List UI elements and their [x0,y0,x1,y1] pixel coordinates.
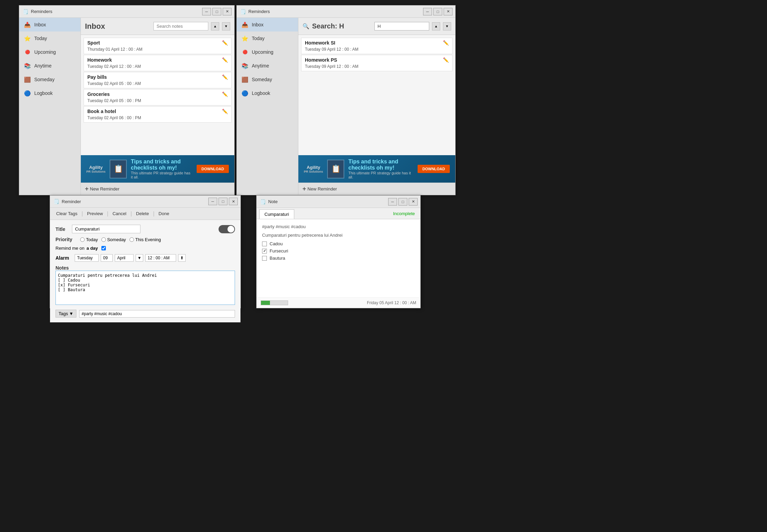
remind-row: Remind me on a day [55,246,235,251]
remind-checkbox[interactable] [101,246,106,250]
note-window: 🗒️ Note ─ □ ✕ Cumparaturi Incomplete #pa… [256,195,421,308]
title-bar-left: 🗒️ Reminders ─ □ ✕ [19,5,234,18]
note-body: #party #music #cadou Cumparaturi pentru … [257,219,420,297]
sidebar-item-upcoming-right[interactable]: 🔴 Upcoming [237,45,298,59]
tags-input[interactable] [79,310,235,318]
priority-someday-radio[interactable] [101,237,106,242]
reminders-list-left: Sport ✏️ Thursday 01 April 12 : 00 : AM … [81,35,234,155]
preview-btn[interactable]: Preview [84,210,106,218]
alarm-time-stepper[interactable]: ⬆ [178,254,186,262]
search-header-right: 🔍 Search: H ▲ ▼ [298,18,455,35]
alarm-time-input[interactable] [145,254,176,262]
tags-btn[interactable]: Tags ▼ [55,310,76,318]
edit-icon-sport[interactable]: ✏️ [222,40,228,46]
edit-icon-groceries[interactable]: ✏️ [222,91,228,97]
sidebar-item-logbook-right[interactable]: 🔵 Logbook [237,86,298,100]
priority-today[interactable]: Today [80,237,98,242]
done-btn[interactable]: Done [156,210,172,218]
sidebar-label-logbook-right: Logbook [252,90,270,96]
delete-btn[interactable]: Delete [133,210,152,218]
sidebar-item-anytime-left[interactable]: 📚 Anytime [19,59,81,73]
minimize-btn-left[interactable]: ─ [202,8,211,15]
toggle-switch[interactable] [219,225,235,233]
sidebar-item-inbox-left[interactable]: 📥 Inbox [19,18,81,32]
priority-evening-radio[interactable] [129,237,134,242]
search-title-right: Search: H [312,22,372,30]
close-btn-left[interactable]: ✕ [223,8,232,15]
table-row[interactable]: Homework SI ✏️ Tuesday 09 April 12 : 00 … [301,38,453,54]
tags-label: Tags [59,311,68,316]
search-input-left[interactable] [153,22,208,30]
maximize-btn-left[interactable]: □ [212,8,221,15]
note-date: Friday 05 April 12 : 00 : AM [367,300,416,305]
scroll-up-left[interactable]: ▲ [211,22,219,30]
search-input-right[interactable] [374,22,429,30]
edit-icon-homework[interactable]: ✏️ [222,57,228,63]
alarm-num-input[interactable] [101,254,113,262]
maximize-btn-right[interactable]: □ [433,8,442,15]
edit-icon-homeworkps[interactable]: ✏️ [443,57,449,63]
title-field-input[interactable] [72,225,140,233]
ad-download-btn-right[interactable]: DOWNLOAD [418,165,450,173]
main-title-left: Inbox [85,22,151,31]
someday-icon-left: 🟫 [23,75,32,84]
minimize-btn-right[interactable]: ─ [423,8,432,15]
edit-icon-hotel[interactable]: ✏️ [222,109,228,114]
table-row[interactable]: Book a hotel ✏️ Tuesday 02 April 06 : 00… [84,106,232,123]
window-title-left: Reminders [31,9,202,14]
checkbox-cadou[interactable] [262,242,267,246]
priority-someday[interactable]: Someday [101,237,126,242]
sidebar-item-upcoming-left[interactable]: 🔴 Upcoming [19,45,81,59]
scroll-down-right[interactable]: ▼ [443,22,451,30]
sidebar-label-anytime-right: Anytime [252,63,269,69]
checkbox-fursecuri[interactable]: ✓ [262,249,267,253]
table-row[interactable]: Pay bills ✏️ Tuesday 02 April 05 : 00 : … [84,72,232,88]
sidebar-item-today-left[interactable]: ⭐ Today [19,32,81,45]
table-row[interactable]: Homework ✏️ Tuesday 02 April 12 : 00 : A… [84,55,232,71]
reminder-title-homeworkps: Homework PS [305,57,337,63]
priority-this-evening[interactable]: This Evening [129,237,161,242]
maximize-btn-note[interactable]: □ [398,198,407,206]
table-row[interactable]: Sport ✏️ Thursday 01 April 12 : 00 : AM [84,38,232,54]
minimize-btn-note[interactable]: ─ [388,198,397,206]
scroll-up-right[interactable]: ▲ [432,22,440,30]
ad-download-btn-left[interactable]: DOWNLOAD [197,165,229,173]
sidebar-item-someday-right[interactable]: 🟫 Someday [237,73,298,86]
minimize-btn-detail[interactable]: ─ [208,198,217,205]
notes-textarea[interactable]: Cumparaturi pentru petrecerea lui Andrei… [55,271,235,305]
clear-tags-btn[interactable]: Clear Tags [53,210,80,218]
sidebar-item-someday-left[interactable]: 🟫 Someday [19,73,81,86]
note-tab-cumparaturi[interactable]: Cumparaturi [259,209,294,219]
new-reminder-btn-left[interactable]: + New Reminder [85,185,120,193]
edit-icon-homeworksi[interactable]: ✏️ [443,40,449,46]
alarm-dropdown-btn[interactable]: ▼ [136,254,143,262]
scroll-down-left[interactable]: ▼ [222,22,230,30]
reminder-date-paybills: Tuesday 02 April 05 : 00 : AM [84,81,231,88]
close-btn-note[interactable]: ✕ [409,198,418,206]
ad-banner-right: Agility PR Solutions 📋 Tips and tricks a… [298,155,455,183]
priority-radio-group: Today Someday This Evening [80,237,161,242]
close-btn-detail[interactable]: ✕ [229,198,238,205]
reminders-window-left: 🗒️ Reminders ─ □ ✕ 📥 Inbox ⭐ Today 🔴 Upc… [19,5,235,195]
alarm-day-input[interactable] [75,254,99,262]
new-reminder-label-right: New Reminder [308,186,337,191]
checkbox-bautura[interactable] [262,256,267,261]
title-field-label: Title [55,226,69,232]
maximize-btn-detail[interactable]: □ [219,198,227,205]
list-item: ✓ Fursecuri [262,248,415,253]
close-btn-right[interactable]: ✕ [444,8,453,15]
agility-logo-left: Agility PR Solutions [86,165,106,173]
table-row[interactable]: Homework PS ✏️ Tuesday 09 April 12 : 00 … [301,55,453,71]
progress-bar [261,300,288,305]
sidebar-item-logbook-left[interactable]: 🔵 Logbook [19,86,81,100]
alarm-month-input[interactable] [115,254,134,262]
sidebar-item-anytime-right[interactable]: 📚 Anytime [237,59,298,73]
cancel-btn[interactable]: Cancel [110,210,129,218]
sidebar-item-today-right[interactable]: ⭐ Today [237,32,298,45]
table-row[interactable]: Groceries ✏️ Tuesday 02 April 05 : 00 : … [84,89,232,106]
window-title-detail: Reminder [62,199,208,204]
priority-today-radio[interactable] [80,237,85,242]
new-reminder-btn-right[interactable]: + New Reminder [302,185,337,193]
sidebar-item-inbox-right[interactable]: 📥 Inbox [237,18,298,32]
edit-icon-paybills[interactable]: ✏️ [222,74,228,80]
